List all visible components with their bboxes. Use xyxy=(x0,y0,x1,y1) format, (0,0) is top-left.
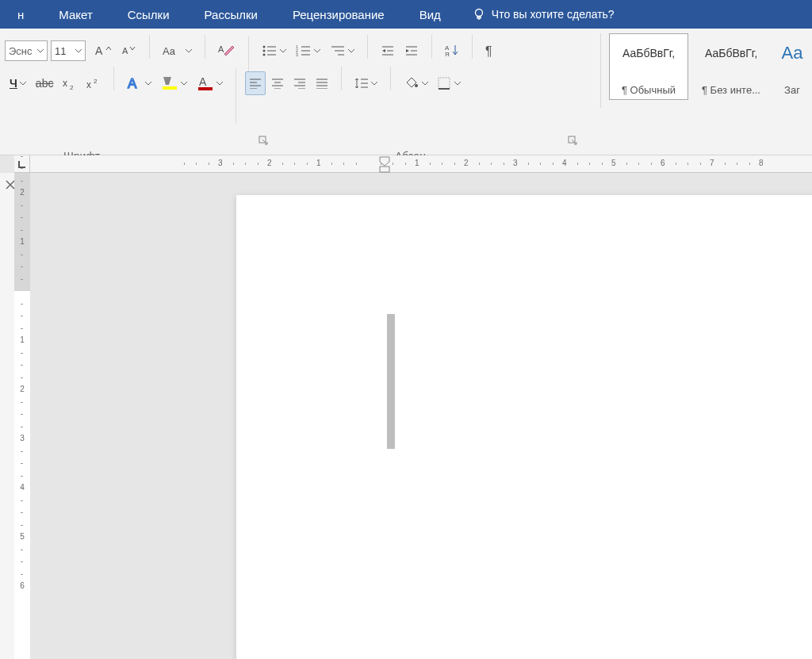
font-name-value: Эснс xyxy=(9,45,33,57)
style-name: ¶ Обычный xyxy=(613,84,684,99)
text-effects-button[interactable]: A xyxy=(123,71,155,95)
chevron-down-icon xyxy=(75,48,82,54)
sort-button[interactable]: АЯ xyxy=(441,39,463,63)
menu-bar: н Макет Ссылки Рассылки Рецензирование В… xyxy=(0,0,812,29)
increase-indent-button[interactable] xyxy=(400,39,423,63)
chevron-down-icon xyxy=(216,80,223,86)
tell-me-label: Что вы хотите сделать? xyxy=(492,8,615,21)
font-name-combo[interactable]: Эснс xyxy=(5,40,48,61)
bullets-icon xyxy=(262,44,278,57)
subscript-icon: x2 xyxy=(63,77,77,90)
eraser-icon: A xyxy=(218,43,236,59)
style-preview: АаБбВвГг, xyxy=(622,37,675,69)
svg-point-0 xyxy=(475,10,482,17)
lightbulb-icon xyxy=(473,8,485,21)
paint-bucket-icon xyxy=(404,76,419,90)
justify-icon xyxy=(316,78,328,89)
tab-layout[interactable]: Макет xyxy=(41,0,109,29)
font-size-value: 11 xyxy=(55,45,66,57)
svg-text:A: A xyxy=(199,75,207,88)
strikethrough-button[interactable]: abc xyxy=(32,71,58,95)
numbering-button[interactable]: 123 xyxy=(292,39,324,63)
font-color-icon: A xyxy=(197,75,214,91)
svg-text:¶: ¶ xyxy=(485,44,492,58)
grow-font-button[interactable]: A xyxy=(91,39,115,63)
chevron-down-icon xyxy=(145,80,151,86)
clear-formatting-button[interactable]: A xyxy=(214,39,239,63)
svg-text:A: A xyxy=(128,76,137,91)
shading-button[interactable] xyxy=(400,71,432,95)
style-no-spacing[interactable]: АаБбВвГг, ¶ Без инте... xyxy=(691,33,771,100)
shrink-font-button[interactable]: A xyxy=(117,39,140,63)
chevron-down-icon xyxy=(186,48,192,54)
outdent-icon xyxy=(381,44,395,57)
align-center-icon xyxy=(271,78,284,89)
line-spacing-icon xyxy=(354,77,369,90)
chevron-down-icon xyxy=(454,80,461,86)
svg-point-6 xyxy=(263,46,266,48)
tab-design-fragment[interactable]: н xyxy=(0,0,41,29)
borders-button[interactable] xyxy=(434,71,465,95)
align-right-button[interactable] xyxy=(289,71,310,95)
grow-font-icon: A xyxy=(95,44,111,58)
bullets-button[interactable] xyxy=(258,39,290,63)
group-label-paragraph: Абзац xyxy=(395,150,426,155)
superscript-button[interactable]: x2 xyxy=(82,71,105,95)
svg-text:A: A xyxy=(218,44,224,54)
styles-gallery: АаБбВвГг, ¶ Обычный АаБбВвГг, ¶ Без инте… xyxy=(600,33,812,108)
font-dialog-launcher[interactable] xyxy=(259,136,268,145)
separator xyxy=(205,35,205,59)
chevron-down-icon xyxy=(20,80,26,86)
svg-rect-58 xyxy=(439,78,450,89)
style-heading[interactable]: Аа Заг xyxy=(774,33,810,100)
numbering-icon: 123 xyxy=(296,44,312,57)
line-spacing-button[interactable] xyxy=(350,71,381,95)
tab-mailings[interactable]: Рассылки xyxy=(187,0,275,29)
separator xyxy=(149,35,150,59)
align-left-icon xyxy=(249,78,262,89)
text-effects-icon: A xyxy=(127,75,143,91)
chevron-down-icon xyxy=(181,80,187,86)
separator xyxy=(367,35,368,59)
tab-view[interactable]: Вид xyxy=(402,0,458,29)
style-preview: АаБбВвГг, xyxy=(705,37,757,69)
tab-references[interactable]: Ссылки xyxy=(110,0,187,29)
svg-point-10 xyxy=(263,54,266,56)
align-center-button[interactable] xyxy=(267,71,288,95)
pilcrow-icon: ¶ xyxy=(485,44,498,58)
svg-text:2: 2 xyxy=(94,78,98,85)
tab-review[interactable]: Рецензирование xyxy=(275,0,402,29)
chevron-down-icon xyxy=(314,48,320,54)
group-label-font: Шрифт xyxy=(63,150,100,155)
svg-text:A: A xyxy=(122,46,128,56)
svg-point-57 xyxy=(415,84,418,87)
justify-button[interactable] xyxy=(312,71,332,95)
svg-text:Aa: Aa xyxy=(163,45,176,57)
decrease-indent-button[interactable] xyxy=(377,39,399,63)
font-color-button[interactable]: A xyxy=(193,71,227,95)
style-name: Заг xyxy=(778,84,806,99)
chevron-down-icon xyxy=(37,48,44,54)
change-case-button[interactable]: Aa xyxy=(159,39,196,63)
highlight-button[interactable] xyxy=(157,71,191,95)
svg-text:x: x xyxy=(63,78,67,89)
multilevel-list-button[interactable] xyxy=(326,39,358,63)
paragraph-dialog-launcher[interactable] xyxy=(568,136,577,145)
style-normal[interactable]: АаБбВвГг, ¶ Обычный xyxy=(609,33,688,100)
svg-rect-35 xyxy=(163,86,177,90)
align-left-button[interactable] xyxy=(245,71,266,95)
change-case-icon: Aa xyxy=(163,44,183,58)
style-preview: Аа xyxy=(781,37,802,69)
align-right-icon xyxy=(293,78,306,89)
tell-me-search[interactable]: Что вы хотите сделать? xyxy=(458,8,615,21)
separator xyxy=(431,35,432,59)
underline-button[interactable]: Ч xyxy=(6,71,30,95)
subscript-button[interactable]: x2 xyxy=(59,71,81,95)
separator xyxy=(472,35,473,59)
svg-text:x: x xyxy=(86,79,91,90)
show-marks-button[interactable]: ¶ xyxy=(481,39,502,63)
separator xyxy=(113,67,114,90)
font-size-combo[interactable]: 11 xyxy=(51,40,86,61)
multilevel-icon xyxy=(330,44,346,57)
group-separator xyxy=(236,68,236,124)
